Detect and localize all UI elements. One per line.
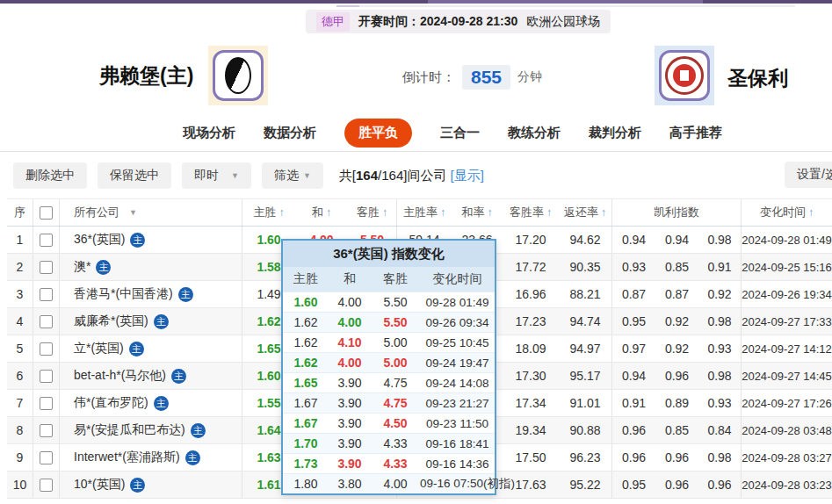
change-time: 2024-09-27 14:12 bbox=[742, 335, 832, 362]
popup-row: 1.624.105.0009-25 10:45 bbox=[283, 332, 495, 352]
popup-home-odds: 1.62 bbox=[283, 315, 329, 329]
col-header-away[interactable]: 客胜↑ bbox=[348, 199, 397, 226]
away-rate: 17.30 bbox=[503, 363, 559, 389]
nav-tab[interactable]: 教练分析 bbox=[508, 125, 561, 141]
row-checkbox[interactable] bbox=[40, 315, 53, 328]
kelly-away: 0.98 bbox=[698, 444, 742, 471]
popup-row: 1.803.804.0009-16 07:50(初指) bbox=[283, 473, 495, 493]
popup-away-odds: 5.00 bbox=[371, 356, 420, 370]
countdown-label: 倒计时： bbox=[402, 69, 455, 86]
kelly-draw: 0.92 bbox=[655, 308, 698, 335]
nav-tab[interactable]: 高手推荐 bbox=[669, 125, 722, 141]
kelly-home: 0.95 bbox=[612, 472, 655, 498]
popup-home-odds: 1.80 bbox=[283, 477, 329, 491]
home-badge-icon: 主 bbox=[129, 342, 144, 356]
return-rate: 96.23 bbox=[559, 444, 612, 471]
company-cell[interactable]: 澳*主 bbox=[60, 254, 242, 280]
col-header-time[interactable]: 变化时间↑ bbox=[742, 199, 832, 226]
nav-tab[interactable]: 现场分析 bbox=[183, 125, 235, 141]
row-checkbox[interactable] bbox=[40, 288, 53, 301]
row-checkbox[interactable] bbox=[40, 397, 53, 410]
show-link[interactable]: [显示] bbox=[451, 168, 484, 183]
row-checkbox[interactable] bbox=[40, 370, 53, 383]
company-cell[interactable]: Interwet*(塞浦路斯)主 bbox=[60, 444, 242, 471]
row-checkbox[interactable] bbox=[40, 451, 53, 464]
odds-history-popup: 36*(英国) 指数变化 主胜 和 客胜 变化时间 1.604.005.5009… bbox=[281, 239, 496, 495]
nav-tab[interactable]: 数据分析 bbox=[264, 125, 316, 141]
row-checkbox[interactable] bbox=[40, 424, 53, 437]
kelly-away: 0.93 bbox=[698, 390, 742, 416]
home-badge-icon: 主 bbox=[185, 450, 200, 465]
select-all-checkbox[interactable] bbox=[40, 206, 53, 220]
col-header-draw-rate[interactable]: 和率↑ bbox=[452, 199, 503, 226]
return-rate: 95.22 bbox=[559, 472, 612, 498]
company-cell[interactable]: 易*(安提瓜和巴布达)主 bbox=[60, 417, 242, 443]
company-cell[interactable]: 10*(英国)主 bbox=[60, 472, 242, 498]
company-name: 香港马*(中国香港) bbox=[74, 286, 173, 302]
row-checkbox-cell bbox=[33, 417, 60, 443]
company-cell[interactable]: 伟*(直布罗陀)主 bbox=[60, 390, 242, 416]
row-checkbox[interactable] bbox=[40, 261, 53, 274]
row-index: 2 bbox=[7, 254, 33, 280]
row-checkbox-cell bbox=[33, 227, 60, 253]
change-time: 2024-09-28 03:27 bbox=[742, 444, 832, 471]
company-cell[interactable]: bet-at-h*(马尔他)主 bbox=[60, 363, 242, 389]
away-rate: 17.34 bbox=[503, 390, 559, 416]
kelly-home: 0.96 bbox=[612, 417, 655, 443]
toolbar: 删除选中 保留选中 即时▼ 筛选▼ 共[164/164]间公司 [显示] 设置/… bbox=[0, 162, 832, 190]
nav-tab[interactable]: 三合一 bbox=[440, 125, 480, 141]
row-index: 7 bbox=[7, 390, 33, 416]
company-name: 伟*(直布罗陀) bbox=[74, 395, 148, 411]
row-index: 5 bbox=[7, 335, 33, 362]
company-cell[interactable]: 立*(英国)主 bbox=[60, 335, 242, 362]
popup-draw-odds: 3.90 bbox=[329, 396, 371, 410]
row-checkbox[interactable] bbox=[40, 342, 53, 356]
away-team-name: 圣保利 bbox=[727, 65, 788, 92]
sort-asc-icon: ↑ bbox=[808, 206, 814, 219]
col-header-company[interactable]: 所有公司▼ bbox=[60, 199, 242, 226]
home-badge-icon: 主 bbox=[130, 478, 145, 493]
col-header-draw[interactable]: 和↑ bbox=[295, 199, 348, 226]
instant-dropdown[interactable]: 即时▼ bbox=[182, 162, 251, 189]
company-name: 36*(英国) bbox=[74, 232, 125, 248]
row-checkbox-cell bbox=[33, 254, 60, 280]
company-cell[interactable]: 威廉希*(英国)主 bbox=[60, 308, 242, 335]
col-header-home[interactable]: 主胜↑ bbox=[242, 199, 295, 226]
settings-button[interactable]: 设置/选择 bbox=[785, 162, 832, 188]
delete-selected-button[interactable]: 删除选中 bbox=[13, 162, 87, 189]
nav-tab[interactable]: 胜平负 bbox=[344, 119, 412, 148]
kelly-home: 0.94 bbox=[612, 363, 655, 389]
home-badge-icon: 主 bbox=[178, 287, 193, 302]
company-cell[interactable]: 香港马*(中国香港)主 bbox=[60, 281, 242, 307]
nav-tabs: 现场分析数据分析胜平负三合一教练分析裁判分析高手推荐 bbox=[0, 115, 832, 152]
return-rate: 91.01 bbox=[559, 390, 612, 416]
popup-change-time: 09-23 11:50 bbox=[420, 417, 495, 430]
keep-selected-button[interactable]: 保留选中 bbox=[98, 162, 171, 189]
return-rate: 90.88 bbox=[559, 417, 612, 443]
company-cell[interactable]: 36*(英国)主 bbox=[60, 227, 242, 253]
popup-draw-odds: 3.90 bbox=[329, 416, 371, 430]
sort-asc-icon: ↑ bbox=[326, 206, 331, 219]
home-badge-icon: 主 bbox=[130, 233, 145, 248]
row-checkbox-cell bbox=[33, 390, 60, 416]
row-checkbox[interactable] bbox=[40, 479, 53, 492]
table-header-row: 序 所有公司▼ 主胜↑ 和↑ 客胜↑ 主胜率↑ 和率↑ 客胜率↑ 返还率↑ 凯利… bbox=[7, 198, 832, 227]
row-index: 9 bbox=[7, 444, 33, 471]
col-header-away-rate[interactable]: 客胜率↑ bbox=[503, 199, 559, 226]
nav-tab[interactable]: 裁判分析 bbox=[589, 125, 641, 141]
popup-change-time: 09-16 14:36 bbox=[420, 457, 495, 471]
popup-title: 36*(英国) 指数变化 bbox=[283, 241, 495, 267]
col-header-return-rate[interactable]: 返还率↑ bbox=[559, 199, 612, 226]
away-rate: 17.23 bbox=[503, 308, 559, 335]
home-badge-icon: 主 bbox=[171, 369, 186, 384]
filter-dropdown[interactable]: 筛选▼ bbox=[262, 162, 323, 189]
popup-draw-odds: 3.80 bbox=[329, 477, 371, 491]
company-name: 立*(英国) bbox=[74, 341, 124, 356]
company-name: 易*(安提瓜和巴布达) bbox=[74, 422, 185, 438]
row-checkbox[interactable] bbox=[40, 234, 53, 247]
countdown-value: 855 bbox=[462, 65, 510, 90]
col-header-home-rate[interactable]: 主胜率↑ bbox=[397, 199, 452, 226]
popup-change-time: 09-16 18:41 bbox=[420, 437, 495, 450]
kelly-away: 0.96 bbox=[698, 472, 742, 498]
popup-change-time: 09-25 10:45 bbox=[420, 336, 495, 349]
